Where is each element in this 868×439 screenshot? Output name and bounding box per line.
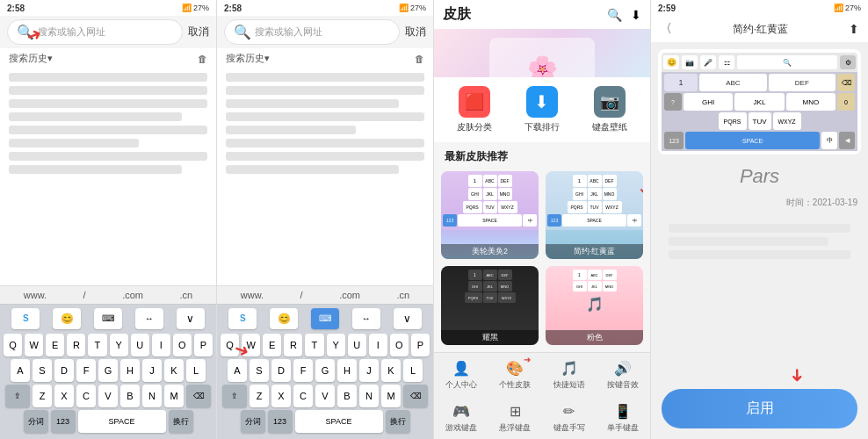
kb-emoji-btn[interactable]: 😊: [663, 55, 679, 69]
url-slash-2[interactable]: /: [299, 290, 305, 300]
sogou-icon-1[interactable]: S: [11, 308, 40, 329]
history-delete-2[interactable]: 🗑: [415, 54, 424, 64]
chevron-down-icon-2[interactable]: ∨: [394, 308, 422, 329]
key-s[interactable]: S: [33, 359, 52, 382]
history-item[interactable]: [9, 73, 207, 82]
key-p2[interactable]: P: [411, 334, 430, 356]
key-n[interactable]: N: [142, 385, 162, 407]
preview-key-del[interactable]: ⌫: [837, 74, 855, 91]
sogou-icon-2[interactable]: S: [228, 308, 257, 329]
key-space[interactable]: SPACE: [78, 410, 166, 433]
key-123-2[interactable]: 123: [268, 410, 293, 433]
skin-cat-wallpaper[interactable]: 📷 键盘壁纸: [592, 86, 627, 133]
key-m[interactable]: M: [164, 385, 184, 407]
key-l2[interactable]: L: [403, 359, 423, 382]
key-f[interactable]: F: [76, 359, 96, 382]
key-backspace2[interactable]: ⌫: [403, 385, 428, 407]
url-www-1[interactable]: www.: [22, 290, 48, 300]
emoji-icon-2[interactable]: 😊: [270, 308, 298, 329]
preview-key-abc[interactable]: ABC: [699, 74, 766, 91]
key-space2[interactable]: SPACE: [295, 410, 383, 433]
history-item[interactable]: [226, 152, 424, 161]
preview-key-def[interactable]: DEF: [769, 74, 835, 91]
resize-icon-1[interactable]: ↔: [135, 308, 163, 329]
preview-key-enter[interactable]: ◀: [839, 132, 855, 149]
key-j[interactable]: J: [142, 359, 162, 382]
keyboard-icon-1[interactable]: ⌨: [94, 308, 122, 329]
key-r2[interactable]: R: [284, 334, 302, 356]
search-icon-3[interactable]: 🔍: [607, 8, 622, 22]
key-c2[interactable]: C: [293, 385, 313, 407]
key-enter[interactable]: 换行: [169, 410, 193, 433]
preview-key-123[interactable]: 123: [664, 132, 684, 149]
key-x[interactable]: X: [54, 385, 74, 407]
kb-sticker-btn[interactable]: 📷: [682, 55, 698, 69]
skin-more-dark[interactable]: 1 ABC DEF GHI JKL MNO PQRS TUV WXYZ 耀黑: [441, 266, 539, 345]
key-m2[interactable]: M: [381, 385, 401, 407]
key-e[interactable]: E: [46, 334, 64, 356]
key-x2[interactable]: X: [271, 385, 291, 407]
preview-key-0[interactable]: 0: [837, 93, 855, 111]
history-item[interactable]: [226, 99, 399, 108]
history-item[interactable]: [9, 139, 139, 148]
history-item[interactable]: [226, 73, 424, 82]
kb-menu-game[interactable]: 🎮 游戏键盘: [434, 396, 488, 439]
key-i2[interactable]: I: [369, 334, 387, 356]
key-s2[interactable]: S: [250, 359, 269, 382]
preview-key-ghi[interactable]: GHI: [684, 93, 733, 111]
kb-mic-btn[interactable]: 🎤: [700, 55, 716, 69]
key-shift2[interactable]: ⇧: [222, 385, 247, 407]
key-v2[interactable]: V: [315, 385, 335, 407]
key-a2[interactable]: A: [228, 359, 247, 382]
key-h2[interactable]: H: [337, 359, 357, 382]
preview-key-q-mark[interactable]: ?: [664, 93, 682, 111]
key-z[interactable]: Z: [33, 385, 52, 407]
key-k[interactable]: K: [164, 359, 184, 382]
key-b2[interactable]: B: [337, 385, 357, 407]
key-p[interactable]: P: [194, 334, 213, 356]
skin-thumb-2[interactable]: 1 ABC DEF GHI JKL MNO PQRS TUV WXYZ 123 …: [546, 171, 643, 259]
key-e2[interactable]: E: [263, 334, 281, 356]
key-y[interactable]: Y: [110, 334, 128, 356]
preview-key-wxyz[interactable]: WXYZ: [773, 112, 801, 130]
history-item[interactable]: [226, 126, 356, 134]
key-a[interactable]: A: [11, 359, 30, 382]
history-item[interactable]: [226, 165, 399, 174]
key-o2[interactable]: O: [390, 334, 409, 356]
url-www-2[interactable]: www.: [239, 290, 265, 300]
history-item[interactable]: [9, 99, 207, 108]
cancel-button-2[interactable]: 取消: [405, 25, 426, 40]
key-shift[interactable]: ⇧: [5, 385, 30, 407]
history-chevron-1[interactable]: ▾: [47, 53, 53, 64]
kb-settings-btn[interactable]: ⚙: [840, 55, 856, 69]
preview-key-cn[interactable]: 中: [821, 132, 837, 149]
key-f2[interactable]: F: [293, 359, 313, 382]
key-t2[interactable]: T: [305, 334, 323, 356]
key-i[interactable]: I: [152, 334, 170, 356]
key-fenci[interactable]: 分词: [24, 410, 48, 433]
key-t[interactable]: T: [88, 334, 106, 356]
key-d[interactable]: D: [54, 359, 74, 382]
skin-more-pink[interactable]: 1 ABC DEF GHI JKL MNO 🎵 粉色: [546, 266, 643, 345]
key-z2[interactable]: Z: [250, 385, 269, 407]
back-button[interactable]: 〈: [660, 21, 672, 37]
key-q2[interactable]: Q: [221, 334, 239, 356]
history-delete-1[interactable]: 🗑: [198, 54, 207, 64]
preview-key-tuv[interactable]: TUV: [749, 112, 771, 130]
key-h[interactable]: H: [120, 359, 140, 382]
key-123[interactable]: 123: [51, 410, 76, 433]
kb-menu-handwrite[interactable]: ✏ 键盘手写: [542, 396, 597, 439]
history-item[interactable]: [226, 112, 424, 121]
kb-search-preview[interactable]: 🔍: [737, 55, 837, 69]
url-com-2[interactable]: .com: [337, 290, 362, 300]
search-input-wrap-2[interactable]: 🔍 搜索或输入网址: [224, 19, 400, 45]
skin-cat-download[interactable]: ⬇ 下载排行: [524, 86, 560, 133]
history-item[interactable]: [9, 152, 207, 161]
key-fenci2[interactable]: 分词: [241, 410, 265, 433]
preview-key-1[interactable]: 1: [664, 74, 698, 91]
key-w2[interactable]: W: [242, 334, 260, 356]
key-j2[interactable]: J: [359, 359, 379, 382]
key-u[interactable]: U: [131, 334, 149, 356]
preview-key-space[interactable]: ·SPACE·: [685, 132, 820, 149]
key-o[interactable]: O: [173, 334, 192, 356]
